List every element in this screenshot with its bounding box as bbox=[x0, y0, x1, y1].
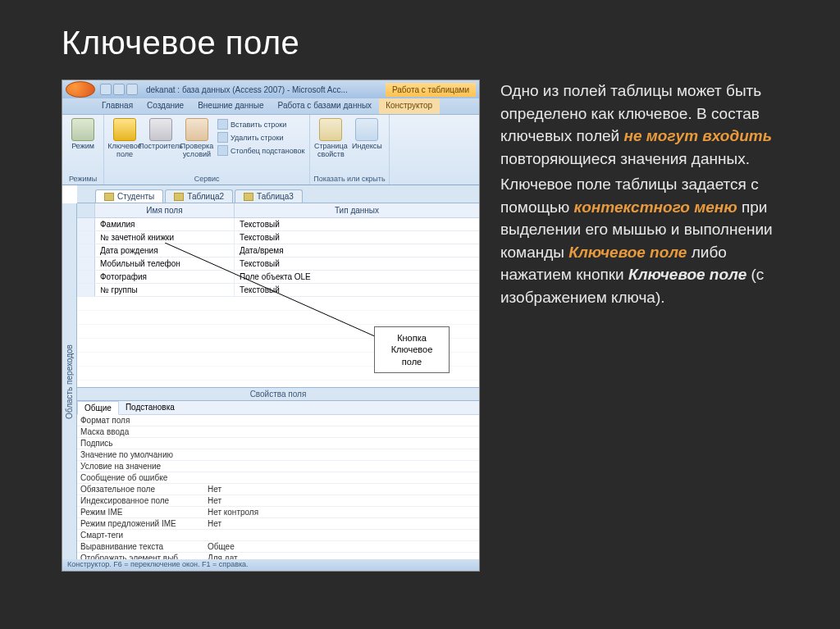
quick-access-toolbar bbox=[100, 84, 138, 95]
props-row[interactable]: Индексированное полеНет bbox=[77, 495, 479, 507]
doc-tab-table3[interactable]: Таблица3 bbox=[235, 189, 303, 203]
nav-pane-collapsed[interactable]: Область переходов bbox=[62, 203, 77, 559]
props-row[interactable]: Выравнивание текстаОбщее bbox=[77, 541, 479, 553]
table-icon bbox=[104, 193, 114, 201]
office-button[interactable] bbox=[66, 81, 95, 98]
props-row[interactable]: Условие на значение bbox=[77, 461, 479, 472]
delete-rows-button[interactable]: Удалить строки bbox=[216, 131, 306, 144]
design-row[interactable]: ФотографияПоле объекта OLE bbox=[77, 271, 479, 284]
indexes-icon bbox=[355, 118, 378, 141]
contextual-tab-label: Работа с таблицами bbox=[386, 83, 476, 97]
indexes-button[interactable]: Индексы bbox=[349, 116, 384, 150]
props-row[interactable]: Обязательное полеНет bbox=[77, 484, 479, 495]
column-header-name[interactable]: Имя поля bbox=[95, 203, 235, 217]
datasheet-icon bbox=[71, 118, 94, 141]
tab-home[interactable]: Главная bbox=[95, 98, 140, 114]
text-panel: Одно из полей таблицы может быть определ… bbox=[500, 80, 791, 572]
validation-button[interactable]: Проверка условий bbox=[180, 116, 214, 158]
builder-icon bbox=[149, 118, 172, 141]
ribbon-group-showhide: Страница свойств Индексы Показать или ск… bbox=[310, 115, 389, 185]
property-sheet-button[interactable]: Страница свойств bbox=[313, 116, 348, 158]
props-row[interactable]: Маска ввода bbox=[77, 426, 479, 438]
props-row[interactable]: Сообщение об ошибке bbox=[77, 472, 479, 484]
props-tabs: Общие Подстановка bbox=[77, 401, 479, 415]
document-area: Студенты Таблица2 Таблица3 Имя поля bbox=[77, 185, 479, 564]
doc-tab-table2[interactable]: Таблица2 bbox=[165, 189, 233, 203]
qat-undo-icon[interactable] bbox=[113, 84, 125, 95]
tab-external[interactable]: Внешние данные bbox=[191, 98, 271, 114]
builder-button[interactable]: Построитель bbox=[144, 116, 178, 150]
qat-redo-icon[interactable] bbox=[126, 84, 138, 95]
tab-create[interactable]: Создание bbox=[140, 98, 191, 114]
callout-box: Кнопка Ключевое поле bbox=[374, 326, 450, 373]
props-row[interactable]: Подпись bbox=[77, 438, 479, 449]
column-header-type[interactable]: Тип данных bbox=[235, 203, 479, 217]
titlebar: dekanat : база данных (Access 2007) - Mi… bbox=[62, 80, 479, 98]
tab-design[interactable]: Конструктор bbox=[379, 98, 440, 114]
props-row[interactable]: Смарт-теги bbox=[77, 530, 479, 541]
delete-row-icon bbox=[217, 132, 228, 143]
highlight: не могут входить bbox=[623, 127, 772, 144]
window-title: dekanat : база данных (Access 2007) - Mi… bbox=[146, 85, 348, 94]
props-row[interactable]: Формат поля bbox=[77, 415, 479, 426]
statusbar: Конструктор. F6 = переключение окон. F1 … bbox=[62, 559, 479, 571]
validate-icon bbox=[185, 118, 208, 141]
props-row[interactable]: Режим IMEНет контроля bbox=[77, 507, 479, 518]
design-row[interactable]: Мобильный телефонТекстовый bbox=[77, 258, 479, 271]
design-row[interactable]: № зачетной книжкиТекстовый bbox=[77, 231, 479, 244]
content: dekanat : база данных (Access 2007) - Mi… bbox=[62, 80, 791, 572]
qat-save-icon[interactable] bbox=[100, 84, 112, 95]
access-screenshot: dekanat : база данных (Access 2007) - Mi… bbox=[62, 80, 480, 572]
ribbon-tabs: Главная Создание Внешние данные Работа с… bbox=[62, 98, 479, 115]
lookup-icon bbox=[217, 145, 228, 156]
view-button[interactable]: Режим bbox=[66, 116, 100, 150]
props-grid: Формат поляМаска вводаПодписьЗначение по… bbox=[77, 415, 479, 564]
design-row[interactable]: ФамилияТекстовый bbox=[77, 218, 479, 231]
rows-buttons: Вставить строки Удалить строки Столбец п… bbox=[216, 116, 306, 157]
slide: Ключевое поле dekanat : база данных (Acc… bbox=[0, 0, 840, 629]
ribbon-group-views: Режим Режимы bbox=[62, 115, 104, 185]
bold-text: Ключевое поле bbox=[628, 266, 746, 283]
design-grid-header: Имя поля Тип данных bbox=[77, 203, 479, 218]
table-icon bbox=[174, 193, 184, 201]
design-grid-rows: ФамилияТекстовый№ зачетной книжкиТекстов… bbox=[77, 218, 479, 297]
design-row[interactable]: Дата рожденияДата/время bbox=[77, 244, 479, 258]
table-icon bbox=[244, 193, 253, 201]
props-row[interactable]: Значение по умолчанию bbox=[77, 449, 479, 461]
slide-title: Ключевое поле bbox=[62, 25, 791, 62]
doc-tab-students[interactable]: Студенты bbox=[95, 189, 163, 203]
primary-key-button[interactable]: Ключевое поле bbox=[107, 116, 142, 158]
props-header: Свойства поля bbox=[77, 387, 479, 401]
props-tab-lookup[interactable]: Подстановка bbox=[119, 401, 181, 414]
doc-tabs: Студенты Таблица2 Таблица3 bbox=[77, 185, 479, 203]
design-row[interactable]: № группыТекстовый bbox=[77, 284, 479, 297]
tab-dbtools[interactable]: Работа с базами данных bbox=[272, 98, 380, 114]
props-row[interactable]: Режим предложений IMEНет bbox=[77, 518, 479, 530]
ribbon: Режим Режимы Ключевое поле Построитель bbox=[62, 115, 479, 185]
key-icon bbox=[113, 118, 136, 141]
props-tab-general[interactable]: Общие bbox=[77, 401, 119, 415]
ribbon-group-tools: Ключевое поле Построитель Проверка услов… bbox=[104, 115, 310, 185]
highlight: Ключевое поле bbox=[568, 244, 687, 261]
insert-row-icon bbox=[217, 119, 228, 130]
insert-rows-button[interactable]: Вставить строки bbox=[216, 118, 306, 130]
highlight: контекстного меню bbox=[574, 198, 737, 216]
lookup-column-button[interactable]: Столбец подстановок bbox=[216, 144, 306, 157]
propsheet-icon bbox=[319, 118, 342, 141]
